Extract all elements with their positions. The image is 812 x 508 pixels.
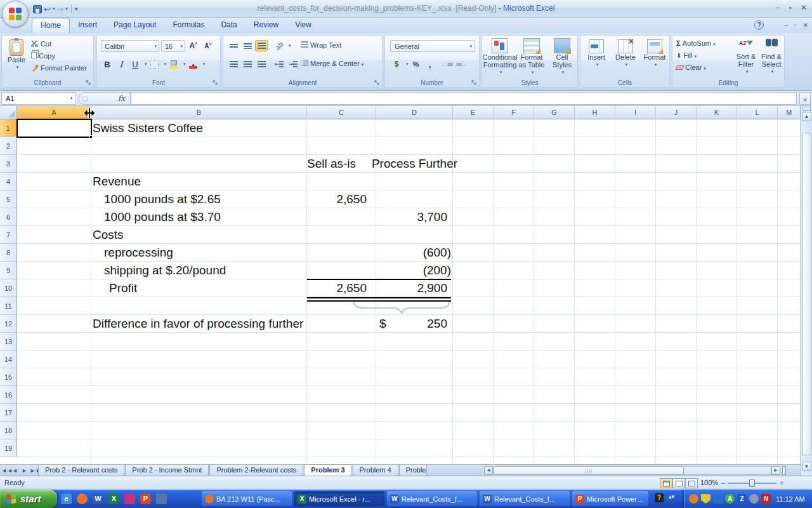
column-header-J[interactable]: J <box>656 106 697 119</box>
autosum-button[interactable]: Σ AutoSum▾ <box>676 39 715 47</box>
tray-n-icon[interactable]: N <box>761 494 771 504</box>
insert-function-button[interactable]: fx <box>79 92 131 105</box>
redo-icon[interactable]: ↪ <box>56 5 63 13</box>
worksheet-grid[interactable]: ABCDEFGHIJKLM 12345678910111213141516171… <box>0 106 801 464</box>
firefox-icon[interactable] <box>77 493 88 504</box>
sheet-tab-prob-2-relevant-costs[interactable]: Prob 2 - Relevant costs <box>38 465 124 476</box>
format-as-table-button[interactable]: Format as Table▾ <box>516 38 547 76</box>
cell-C5[interactable]: 2,650 <box>307 190 367 208</box>
underline-button[interactable]: U <box>129 58 141 70</box>
row-header-5[interactable]: 5 <box>0 190 17 208</box>
row-header-4[interactable]: 4 <box>0 173 17 190</box>
row-header-2[interactable]: 2 <box>0 137 17 155</box>
row-header-19[interactable]: 19 <box>0 439 17 457</box>
hidden-icons-chevron-icon[interactable]: ▴▾ <box>669 493 674 502</box>
column-header-L[interactable]: L <box>737 106 778 119</box>
office-button[interactable] <box>2 1 29 27</box>
increase-decimal-button[interactable]: ←.00 <box>441 58 454 70</box>
horizontal-scroll-thumb[interactable]: |||| <box>494 466 684 475</box>
top-align-button[interactable] <box>227 40 240 51</box>
row-header-16[interactable]: 16 <box>0 386 17 404</box>
number-dialog-launcher-icon[interactable] <box>471 80 477 86</box>
fill-handle[interactable] <box>89 135 93 138</box>
row-header-18[interactable]: 18 <box>0 422 17 439</box>
increase-indent-button[interactable]: ⇥ <box>287 58 299 70</box>
fill-color-button[interactable] <box>167 58 180 70</box>
taskbar-button-firefox[interactable]: BA 213 W11 (Pasc... <box>202 491 292 506</box>
copy-button[interactable]: Copy <box>31 52 55 60</box>
orientation-dropdown[interactable]: ▾ <box>289 43 291 48</box>
language-bar-icon[interactable]: ? <box>655 493 664 502</box>
cell-B5[interactable]: 1000 pounds at $2.65 <box>104 190 221 208</box>
app-pink-icon[interactable] <box>124 493 135 504</box>
tray-z-icon[interactable]: Z <box>737 494 747 504</box>
zoom-in-button[interactable]: + <box>780 479 784 488</box>
scroll-down-button[interactable]: ▼ <box>802 462 811 471</box>
row-header-3[interactable]: 3 <box>0 155 17 173</box>
format-painter-button[interactable]: Format Painter <box>31 64 87 72</box>
column-header-D[interactable]: D <box>376 106 453 119</box>
word-icon[interactable]: W <box>93 493 103 504</box>
cell-B1[interactable]: Swiss Sisters Coffee <box>93 119 203 137</box>
ribbon-tab-page-layout[interactable]: Page Layout <box>105 18 164 33</box>
internet-explorer-icon[interactable]: e <box>61 493 72 504</box>
orientation-button[interactable]: ab <box>273 40 285 51</box>
row-header-11[interactable]: 11 <box>0 297 17 315</box>
conditional-formatting-button[interactable]: Conditional Formatting▾ <box>483 38 516 76</box>
vertical-split-handle[interactable] <box>802 107 811 111</box>
fill-button[interactable]: ⬇ Fill▾ <box>676 51 697 59</box>
row-header-6[interactable]: 6 <box>0 208 17 226</box>
horizontal-split-handle[interactable] <box>782 466 786 475</box>
vertical-scroll-thumb[interactable] <box>802 133 811 455</box>
grow-font-button[interactable]: A˄ <box>187 40 200 51</box>
column-header-I[interactable]: I <box>615 106 656 119</box>
first-sheet-button[interactable]: ◄◄ <box>1 465 10 476</box>
accounting-format-button[interactable]: $ <box>390 58 403 70</box>
align-left-button[interactable] <box>227 58 240 70</box>
ribbon-tab-insert[interactable]: Insert <box>70 18 105 33</box>
ribbon-tab-home[interactable]: Home <box>32 18 70 33</box>
close-button[interactable]: ✕ <box>801 3 807 12</box>
fill-color-dropdown[interactable]: ▾ <box>183 62 186 67</box>
row-header-7[interactable]: 7 <box>0 226 17 244</box>
page-layout-view-button[interactable] <box>672 478 685 488</box>
row-header-10[interactable]: 10 <box>0 279 17 297</box>
scroll-left-button[interactable]: ◄ <box>484 466 493 475</box>
cell-D9[interactable]: (200) <box>376 262 451 279</box>
tray-app-green-icon[interactable]: A <box>725 494 735 504</box>
redo-dropdown[interactable]: ▾ <box>65 6 68 11</box>
cell-B4[interactable]: Revenue <box>93 173 141 190</box>
tray-shield-icon[interactable] <box>701 494 710 504</box>
next-sheet-button[interactable]: ► <box>20 465 29 476</box>
ribbon-tab-data[interactable]: Data <box>213 18 245 33</box>
minimize-button[interactable]: – <box>776 3 780 12</box>
start-button[interactable]: start <box>0 490 57 508</box>
powerpoint-icon[interactable]: P <box>140 493 151 504</box>
number-format-select[interactable]: General▾ <box>390 40 475 52</box>
column-header-B[interactable]: B <box>91 106 307 119</box>
zoom-level[interactable]: 100% <box>700 479 718 486</box>
zoom-track[interactable] <box>728 483 777 484</box>
zoom-thumb[interactable] <box>749 479 755 487</box>
font-size-select[interactable]: 16▾ <box>161 40 185 52</box>
tray-app-blue-icon[interactable] <box>713 494 723 504</box>
zoom-out-button[interactable]: − <box>721 479 725 488</box>
cell-C10[interactable]: 2,650 <box>307 279 367 297</box>
font-color-button[interactable]: A <box>187 58 200 70</box>
sort-filter-button[interactable]: AZ Sort & Filter▾ <box>733 39 759 76</box>
sheet-tab-problem-2-relevant-costs[interactable]: Problem 2-Relevant costs <box>209 465 303 476</box>
format-cells-button[interactable]: Format▾ <box>640 39 669 69</box>
vertical-scrollbar[interactable]: ▲ ▼ <box>801 106 812 476</box>
align-right-button[interactable] <box>255 58 268 70</box>
name-box-dropdown[interactable]: ▾ <box>67 96 75 101</box>
cell-B8[interactable]: reprocessing <box>104 244 173 262</box>
borders-dropdown[interactable]: ▾ <box>164 62 167 67</box>
merge-center-button[interactable]: Merge & Center▾ <box>301 60 363 67</box>
insert-cells-button[interactable]: Insert▾ <box>582 39 611 69</box>
clear-button[interactable]: Clear▾ <box>676 64 706 71</box>
help-icon[interactable]: ? <box>754 20 764 30</box>
ribbon-tab-review[interactable]: Review <box>246 18 287 33</box>
save-icon[interactable] <box>33 5 42 13</box>
scroll-right-button[interactable]: ► <box>771 466 780 475</box>
excel-icon[interactable]: X <box>108 493 119 504</box>
